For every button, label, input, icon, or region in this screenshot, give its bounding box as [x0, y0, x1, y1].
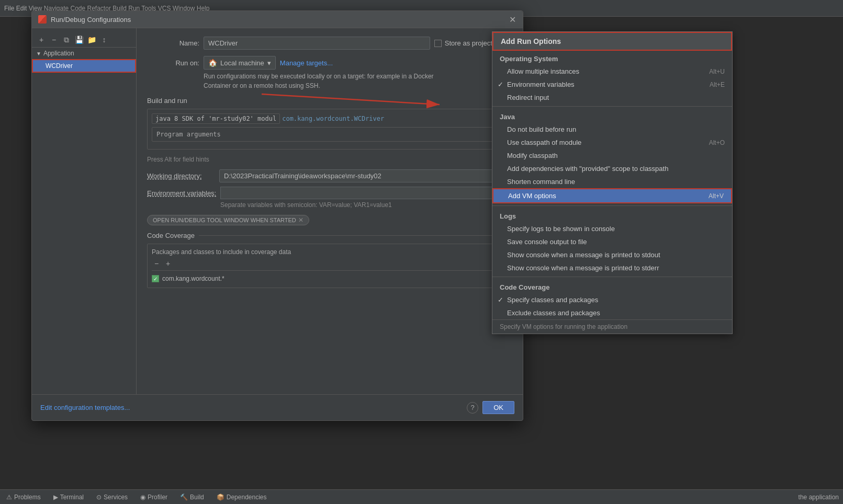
ide-statusbar: ⚠ Problems ▶ Terminal ⊙ Services ◉ Profi… [0, 489, 843, 504]
local-machine-text: Local machine [220, 59, 264, 67]
modify-classpath-item[interactable]: Modify classpath [492, 149, 732, 162]
env-var-row: Environment variables: [147, 187, 512, 199]
build-icon: 🔨 [180, 494, 188, 501]
env-var-input[interactable] [220, 187, 512, 199]
main-class-text[interactable]: com.kang.wordcount.WCDriver [282, 115, 384, 122]
chip-label: OPEN RUN/DEBUG TOOL WINDOW WHEN STARTED [153, 217, 296, 223]
divider-line [199, 235, 512, 236]
sidebar-item-wcdriver[interactable]: WCDriver [32, 59, 136, 73]
copy-config-button[interactable]: ⧉ [61, 35, 72, 45]
dialog-title: Run/Debug Configurations [38, 15, 131, 24]
store-checkbox[interactable] [434, 40, 442, 47]
env-checkmark: ✓ [498, 81, 503, 88]
use-classpath-item[interactable]: Use classpath of module Alt+O [492, 136, 732, 149]
os-section-label: Operating System [492, 51, 732, 65]
statusbar-services[interactable]: ⊙ Services [94, 494, 130, 501]
terminal-label: Terminal [60, 494, 84, 501]
name-input[interactable] [204, 37, 430, 50]
redirect-input-label: Redirect input [507, 94, 549, 101]
build-label: Build [190, 494, 204, 501]
profiler-label: Profiler [148, 494, 167, 501]
run-config-info-text: Run configurations may be executed local… [147, 72, 461, 90]
sidebar-toolbar: + − ⧉ 💾 📁 ↕ [32, 32, 136, 48]
coverage-remove-btn[interactable]: − [152, 259, 161, 268]
show-console-stderr-label: Show console when a message is printed t… [507, 264, 659, 272]
folder-config-button[interactable]: 📁 [86, 35, 97, 45]
coverage-item: ✓ com.kang.wordcount.* [152, 274, 508, 283]
sidebar-item-label: WCDriver [46, 62, 73, 70]
add-vm-options-item[interactable]: Add VM options Alt+V [492, 188, 732, 203]
use-classpath-shortcut: Alt+O [709, 139, 725, 146]
specify-classes-item[interactable]: ✓ Specify classes and packages [492, 293, 732, 306]
coverage-add-btn[interactable]: + [163, 259, 173, 268]
tag-close-icon[interactable]: ✕ [298, 216, 304, 224]
specify-classes-label: Specify classes and packages [507, 296, 598, 304]
program-args-box[interactable]: Program arguments [152, 127, 508, 142]
dialog-titlebar: Run/Debug Configurations ✕ [32, 11, 523, 28]
env-variables-label: Environment variables [507, 81, 575, 88]
dependencies-icon: 📦 [217, 494, 224, 501]
manage-targets-link[interactable]: Manage targets... [280, 59, 333, 67]
do-not-build-item[interactable]: Do not build before run [492, 123, 732, 136]
home-icon: 🏠 [208, 59, 217, 67]
coverage-section-label: Code Coverage [492, 279, 732, 293]
statusbar-build[interactable]: 🔨 Build [178, 494, 206, 501]
statusbar-profiler[interactable]: ◉ Profiler [138, 494, 170, 501]
dialog-title-text: Run/Debug Configurations [51, 16, 131, 24]
build-run-code-row: java 8 SDK of 'mr-study02' modul com.kan… [152, 113, 508, 124]
use-classpath-label: Use classpath of module [507, 139, 581, 146]
services-icon: ⊙ [96, 494, 102, 501]
coverage-box: Packages and classes to include in cover… [147, 244, 512, 288]
specify-classes-checkmark: ✓ [498, 296, 503, 304]
code-coverage-label: Code Coverage [147, 232, 195, 239]
allow-multiple-item[interactable]: Allow multiple instances Alt+U [492, 65, 732, 78]
shorten-command-item[interactable]: Shorten command line [492, 175, 732, 188]
save-console-item[interactable]: Save console output to file [492, 235, 732, 248]
working-dir-input[interactable] [219, 169, 512, 182]
save-config-button[interactable]: 💾 [74, 35, 84, 45]
redirect-input-item[interactable]: Redirect input [492, 91, 732, 104]
add-vm-options-label: Add VM options [508, 192, 556, 200]
statusbar-terminal[interactable]: ▶ Terminal [51, 494, 86, 501]
coverage-separator [492, 277, 732, 277]
hint-text: Press Alt for field hints [147, 156, 512, 163]
do-not-build-label: Do not build before run [507, 125, 576, 133]
sidebar: + − ⧉ 💾 📁 ↕ ▼ Application WCDriver [32, 28, 137, 394]
modify-classpath-label: Modify classpath [507, 152, 558, 159]
allow-multiple-label: Allow multiple instances [507, 67, 579, 75]
open-run-debug-chip[interactable]: OPEN RUN/DEBUG TOOL WINDOW WHEN STARTED … [147, 215, 309, 225]
name-label: Name: [147, 39, 199, 47]
close-button[interactable]: ✕ [508, 15, 516, 24]
add-config-button[interactable]: + [36, 35, 47, 45]
dropdown-footer: Specify VM options for running the appli… [492, 319, 732, 334]
show-console-stdout-item[interactable]: Show console when a message is printed t… [492, 248, 732, 261]
env-variables-shortcut: Alt+E [710, 81, 725, 88]
statusbar-problems[interactable]: ⚠ Problems [4, 494, 43, 501]
problems-icon: ⚠ [6, 494, 12, 501]
dropdown-header: Add Run Options [492, 32, 732, 51]
logs-section-label: Logs [492, 208, 732, 222]
specify-logs-item[interactable]: Specify logs to be shown in console [492, 222, 732, 235]
statusbar-dependencies[interactable]: 📦 Dependencies [215, 494, 269, 501]
show-console-stderr-item[interactable]: Show console when a message is printed t… [492, 261, 732, 274]
coverage-checkbox[interactable]: ✓ [152, 275, 159, 282]
env-variables-item[interactable]: ✓ Environment variables Alt+E [492, 78, 732, 91]
java-sdk-tag[interactable]: java 8 SDK of 'mr-study02' modul [152, 113, 280, 124]
profiler-icon: ◉ [140, 494, 145, 501]
services-label: Services [104, 494, 128, 501]
add-dependencies-item[interactable]: Add dependencies with "provided" scope t… [492, 162, 732, 175]
run-on-select[interactable]: 🏠 Local machine ▾ [204, 56, 276, 70]
help-button[interactable]: ? [467, 402, 478, 414]
ok-button[interactable]: OK [482, 401, 514, 414]
sidebar-section-label: Application [43, 50, 74, 57]
code-coverage-divider: Code Coverage [147, 232, 512, 239]
coverage-toolbar: − + [152, 259, 508, 271]
exclude-classes-item[interactable]: Exclude classes and packages [492, 306, 732, 319]
remove-config-button[interactable]: − [49, 35, 59, 45]
edit-templates-link[interactable]: Edit configuration templates... [40, 404, 130, 411]
sort-config-button[interactable]: ↕ [99, 35, 109, 45]
statusbar-status-text: the application [799, 494, 839, 501]
exclude-classes-label: Exclude classes and packages [507, 309, 600, 317]
add-vm-shortcut: Alt+V [709, 192, 724, 200]
logs-separator [492, 205, 732, 206]
